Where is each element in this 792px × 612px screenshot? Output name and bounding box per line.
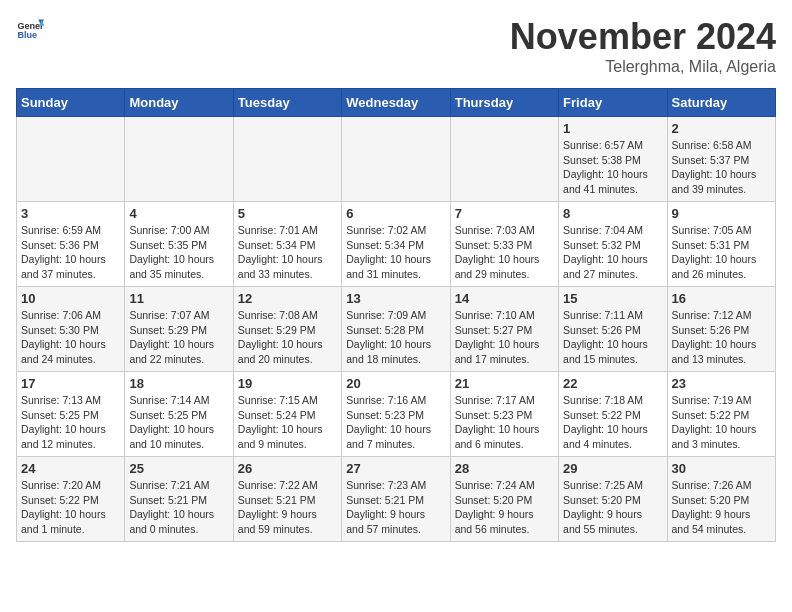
weekday-header-cell: Wednesday: [342, 89, 450, 117]
day-number: 9: [672, 206, 771, 221]
day-number: 8: [563, 206, 662, 221]
calendar-day-cell: 13Sunrise: 7:09 AM Sunset: 5:28 PM Dayli…: [342, 287, 450, 372]
calendar-day-cell: 7Sunrise: 7:03 AM Sunset: 5:33 PM Daylig…: [450, 202, 558, 287]
calendar-day-cell: 15Sunrise: 7:11 AM Sunset: 5:26 PM Dayli…: [559, 287, 667, 372]
day-info: Sunrise: 7:08 AM Sunset: 5:29 PM Dayligh…: [238, 308, 337, 367]
day-info: Sunrise: 7:24 AM Sunset: 5:20 PM Dayligh…: [455, 478, 554, 537]
day-number: 11: [129, 291, 228, 306]
weekday-header-cell: Tuesday: [233, 89, 341, 117]
day-number: 28: [455, 461, 554, 476]
day-info: Sunrise: 7:17 AM Sunset: 5:23 PM Dayligh…: [455, 393, 554, 452]
calendar-day-cell: 1Sunrise: 6:57 AM Sunset: 5:38 PM Daylig…: [559, 117, 667, 202]
day-info: Sunrise: 7:01 AM Sunset: 5:34 PM Dayligh…: [238, 223, 337, 282]
logo: General Blue: [16, 16, 44, 44]
calendar-day-cell: [342, 117, 450, 202]
day-info: Sunrise: 6:58 AM Sunset: 5:37 PM Dayligh…: [672, 138, 771, 197]
day-number: 15: [563, 291, 662, 306]
day-number: 5: [238, 206, 337, 221]
calendar-day-cell: [233, 117, 341, 202]
day-number: 21: [455, 376, 554, 391]
calendar-day-cell: 26Sunrise: 7:22 AM Sunset: 5:21 PM Dayli…: [233, 457, 341, 542]
calendar-day-cell: 20Sunrise: 7:16 AM Sunset: 5:23 PM Dayli…: [342, 372, 450, 457]
day-info: Sunrise: 7:04 AM Sunset: 5:32 PM Dayligh…: [563, 223, 662, 282]
day-number: 24: [21, 461, 120, 476]
day-number: 2: [672, 121, 771, 136]
day-info: Sunrise: 7:23 AM Sunset: 5:21 PM Dayligh…: [346, 478, 445, 537]
day-info: Sunrise: 6:57 AM Sunset: 5:38 PM Dayligh…: [563, 138, 662, 197]
calendar-day-cell: 4Sunrise: 7:00 AM Sunset: 5:35 PM Daylig…: [125, 202, 233, 287]
calendar-day-cell: 30Sunrise: 7:26 AM Sunset: 5:20 PM Dayli…: [667, 457, 775, 542]
day-number: 25: [129, 461, 228, 476]
calendar-day-cell: 27Sunrise: 7:23 AM Sunset: 5:21 PM Dayli…: [342, 457, 450, 542]
calendar-week-row: 10Sunrise: 7:06 AM Sunset: 5:30 PM Dayli…: [17, 287, 776, 372]
day-info: Sunrise: 7:03 AM Sunset: 5:33 PM Dayligh…: [455, 223, 554, 282]
day-info: Sunrise: 7:11 AM Sunset: 5:26 PM Dayligh…: [563, 308, 662, 367]
calendar-table: SundayMondayTuesdayWednesdayThursdayFrid…: [16, 88, 776, 542]
day-number: 12: [238, 291, 337, 306]
page-header: General Blue November 2024 Telerghma, Mi…: [16, 16, 776, 76]
calendar-day-cell: 3Sunrise: 6:59 AM Sunset: 5:36 PM Daylig…: [17, 202, 125, 287]
calendar-day-cell: 23Sunrise: 7:19 AM Sunset: 5:22 PM Dayli…: [667, 372, 775, 457]
weekday-header-cell: Monday: [125, 89, 233, 117]
day-info: Sunrise: 7:06 AM Sunset: 5:30 PM Dayligh…: [21, 308, 120, 367]
day-number: 29: [563, 461, 662, 476]
day-info: Sunrise: 7:21 AM Sunset: 5:21 PM Dayligh…: [129, 478, 228, 537]
day-number: 20: [346, 376, 445, 391]
day-info: Sunrise: 7:13 AM Sunset: 5:25 PM Dayligh…: [21, 393, 120, 452]
calendar-day-cell: 21Sunrise: 7:17 AM Sunset: 5:23 PM Dayli…: [450, 372, 558, 457]
day-number: 3: [21, 206, 120, 221]
day-info: Sunrise: 6:59 AM Sunset: 5:36 PM Dayligh…: [21, 223, 120, 282]
day-info: Sunrise: 7:00 AM Sunset: 5:35 PM Dayligh…: [129, 223, 228, 282]
calendar-day-cell: 25Sunrise: 7:21 AM Sunset: 5:21 PM Dayli…: [125, 457, 233, 542]
day-number: 27: [346, 461, 445, 476]
day-number: 19: [238, 376, 337, 391]
title-area: November 2024 Telerghma, Mila, Algeria: [510, 16, 776, 76]
day-number: 4: [129, 206, 228, 221]
calendar-day-cell: 8Sunrise: 7:04 AM Sunset: 5:32 PM Daylig…: [559, 202, 667, 287]
day-info: Sunrise: 7:05 AM Sunset: 5:31 PM Dayligh…: [672, 223, 771, 282]
day-info: Sunrise: 7:18 AM Sunset: 5:22 PM Dayligh…: [563, 393, 662, 452]
day-info: Sunrise: 7:15 AM Sunset: 5:24 PM Dayligh…: [238, 393, 337, 452]
calendar-day-cell: 16Sunrise: 7:12 AM Sunset: 5:26 PM Dayli…: [667, 287, 775, 372]
weekday-header-cell: Friday: [559, 89, 667, 117]
calendar-day-cell: [125, 117, 233, 202]
day-info: Sunrise: 7:09 AM Sunset: 5:28 PM Dayligh…: [346, 308, 445, 367]
day-number: 13: [346, 291, 445, 306]
calendar-day-cell: 9Sunrise: 7:05 AM Sunset: 5:31 PM Daylig…: [667, 202, 775, 287]
day-number: 1: [563, 121, 662, 136]
day-info: Sunrise: 7:14 AM Sunset: 5:25 PM Dayligh…: [129, 393, 228, 452]
calendar-week-row: 3Sunrise: 6:59 AM Sunset: 5:36 PM Daylig…: [17, 202, 776, 287]
calendar-day-cell: 11Sunrise: 7:07 AM Sunset: 5:29 PM Dayli…: [125, 287, 233, 372]
calendar-week-row: 24Sunrise: 7:20 AM Sunset: 5:22 PM Dayli…: [17, 457, 776, 542]
day-info: Sunrise: 7:25 AM Sunset: 5:20 PM Dayligh…: [563, 478, 662, 537]
day-info: Sunrise: 7:02 AM Sunset: 5:34 PM Dayligh…: [346, 223, 445, 282]
day-info: Sunrise: 7:22 AM Sunset: 5:21 PM Dayligh…: [238, 478, 337, 537]
calendar-day-cell: [17, 117, 125, 202]
svg-text:Blue: Blue: [17, 30, 37, 40]
calendar-day-cell: 6Sunrise: 7:02 AM Sunset: 5:34 PM Daylig…: [342, 202, 450, 287]
day-number: 18: [129, 376, 228, 391]
day-number: 7: [455, 206, 554, 221]
calendar-day-cell: 18Sunrise: 7:14 AM Sunset: 5:25 PM Dayli…: [125, 372, 233, 457]
day-number: 26: [238, 461, 337, 476]
calendar-day-cell: 17Sunrise: 7:13 AM Sunset: 5:25 PM Dayli…: [17, 372, 125, 457]
day-number: 23: [672, 376, 771, 391]
weekday-header-cell: Saturday: [667, 89, 775, 117]
calendar-week-row: 1Sunrise: 6:57 AM Sunset: 5:38 PM Daylig…: [17, 117, 776, 202]
calendar-day-cell: 2Sunrise: 6:58 AM Sunset: 5:37 PM Daylig…: [667, 117, 775, 202]
day-number: 17: [21, 376, 120, 391]
day-number: 22: [563, 376, 662, 391]
calendar-day-cell: 22Sunrise: 7:18 AM Sunset: 5:22 PM Dayli…: [559, 372, 667, 457]
calendar-day-cell: 29Sunrise: 7:25 AM Sunset: 5:20 PM Dayli…: [559, 457, 667, 542]
calendar-week-row: 17Sunrise: 7:13 AM Sunset: 5:25 PM Dayli…: [17, 372, 776, 457]
day-info: Sunrise: 7:26 AM Sunset: 5:20 PM Dayligh…: [672, 478, 771, 537]
day-number: 30: [672, 461, 771, 476]
day-info: Sunrise: 7:07 AM Sunset: 5:29 PM Dayligh…: [129, 308, 228, 367]
calendar-day-cell: 12Sunrise: 7:08 AM Sunset: 5:29 PM Dayli…: [233, 287, 341, 372]
day-number: 10: [21, 291, 120, 306]
month-title: November 2024: [510, 16, 776, 58]
day-number: 6: [346, 206, 445, 221]
calendar-day-cell: 10Sunrise: 7:06 AM Sunset: 5:30 PM Dayli…: [17, 287, 125, 372]
logo-icon: General Blue: [16, 16, 44, 44]
day-info: Sunrise: 7:12 AM Sunset: 5:26 PM Dayligh…: [672, 308, 771, 367]
